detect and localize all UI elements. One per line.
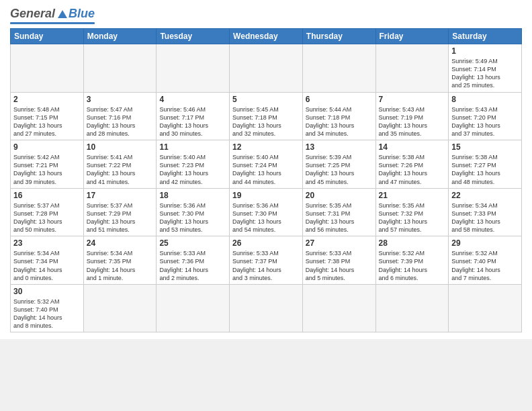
day-number: 29	[451, 238, 519, 248]
day-info: Sunrise: 5:40 AM Sunset: 7:24 PM Dayligh…	[232, 153, 300, 186]
day-info: Sunrise: 5:44 AM Sunset: 7:18 PM Dayligh…	[306, 105, 373, 138]
calendar-cell: 28Sunrise: 5:32 AM Sunset: 7:39 PM Dayli…	[375, 236, 449, 285]
calendar-cell: 9Sunrise: 5:42 AM Sunset: 7:21 PM Daylig…	[11, 140, 84, 189]
calendar-cell	[302, 44, 375, 93]
day-number: 26	[232, 238, 300, 248]
calendar-cell: 30Sunrise: 5:32 AM Sunset: 7:40 PM Dayli…	[11, 284, 84, 332]
day-number: 3	[87, 95, 154, 104]
week-row-5: 30Sunrise: 5:32 AM Sunset: 7:40 PM Dayli…	[11, 284, 522, 332]
week-row-1: 2Sunrise: 5:48 AM Sunset: 7:15 PM Daylig…	[11, 92, 522, 140]
day-info: Sunrise: 5:38 AM Sunset: 7:26 PM Dayligh…	[379, 153, 446, 186]
calendar-cell	[83, 284, 157, 332]
calendar-cell	[11, 44, 84, 93]
calendar-cell: 23Sunrise: 5:34 AM Sunset: 7:34 PM Dayli…	[11, 236, 84, 285]
calendar-cell: 26Sunrise: 5:33 AM Sunset: 7:37 PM Dayli…	[230, 236, 303, 285]
calendar-cell: 19Sunrise: 5:36 AM Sunset: 7:30 PM Dayli…	[230, 188, 303, 236]
calendar-cell: 21Sunrise: 5:35 AM Sunset: 7:32 PM Dayli…	[375, 188, 449, 236]
day-info: Sunrise: 5:43 AM Sunset: 7:20 PM Dayligh…	[451, 105, 519, 138]
calendar-cell	[230, 284, 303, 332]
day-number: 28	[379, 238, 446, 248]
calendar-cell: 13Sunrise: 5:39 AM Sunset: 7:25 PM Dayli…	[302, 140, 375, 189]
day-info: Sunrise: 5:46 AM Sunset: 7:17 PM Dayligh…	[159, 105, 226, 138]
page: General Blue SundayMondayTuesdayWednesda…	[0, 0, 532, 339]
day-info: Sunrise: 5:41 AM Sunset: 7:22 PM Dayligh…	[87, 153, 154, 186]
calendar-cell: 18Sunrise: 5:36 AM Sunset: 7:30 PM Dayli…	[157, 188, 230, 236]
weekday-header-sunday: Sunday	[11, 29, 84, 44]
day-info: Sunrise: 5:36 AM Sunset: 7:30 PM Dayligh…	[159, 201, 226, 234]
day-number: 14	[379, 142, 446, 152]
day-info: Sunrise: 5:43 AM Sunset: 7:19 PM Dayligh…	[379, 105, 446, 138]
calendar-cell: 10Sunrise: 5:41 AM Sunset: 7:22 PM Dayli…	[83, 140, 157, 189]
day-info: Sunrise: 5:47 AM Sunset: 7:16 PM Dayligh…	[87, 105, 154, 138]
day-number: 5	[232, 95, 300, 104]
logo: General Blue	[10, 7, 95, 24]
day-info: Sunrise: 5:33 AM Sunset: 7:38 PM Dayligh…	[306, 249, 373, 282]
calendar-cell	[83, 44, 157, 93]
calendar-cell	[157, 44, 230, 93]
day-number: 17	[87, 191, 154, 200]
day-number: 1	[451, 46, 519, 56]
day-info: Sunrise: 5:34 AM Sunset: 7:35 PM Dayligh…	[87, 249, 154, 282]
day-number: 21	[379, 191, 446, 200]
day-info: Sunrise: 5:49 AM Sunset: 7:14 PM Dayligh…	[451, 57, 519, 90]
calendar-cell: 17Sunrise: 5:37 AM Sunset: 7:29 PM Dayli…	[83, 188, 157, 236]
weekday-header-thursday: Thursday	[302, 29, 375, 44]
day-number: 6	[306, 95, 373, 104]
calendar-cell: 25Sunrise: 5:33 AM Sunset: 7:36 PM Dayli…	[157, 236, 230, 285]
calendar-cell: 12Sunrise: 5:40 AM Sunset: 7:24 PM Dayli…	[230, 140, 303, 189]
calendar-cell: 4Sunrise: 5:46 AM Sunset: 7:17 PM Daylig…	[157, 92, 230, 140]
day-number: 10	[87, 142, 154, 152]
calendar-cell: 11Sunrise: 5:40 AM Sunset: 7:23 PM Dayli…	[157, 140, 230, 189]
day-number: 23	[13, 238, 81, 248]
day-number: 16	[13, 191, 81, 200]
day-number: 19	[232, 191, 300, 200]
day-number: 24	[87, 238, 154, 248]
day-info: Sunrise: 5:32 AM Sunset: 7:40 PM Dayligh…	[13, 298, 81, 330]
day-info: Sunrise: 5:36 AM Sunset: 7:30 PM Dayligh…	[232, 201, 300, 234]
calendar-cell: 27Sunrise: 5:33 AM Sunset: 7:38 PM Dayli…	[302, 236, 375, 285]
day-number: 22	[451, 191, 519, 200]
day-number: 13	[306, 142, 373, 152]
day-info: Sunrise: 5:32 AM Sunset: 7:39 PM Dayligh…	[379, 249, 446, 282]
day-number: 8	[451, 95, 519, 104]
calendar-cell: 29Sunrise: 5:32 AM Sunset: 7:40 PM Dayli…	[449, 236, 522, 285]
day-number: 20	[306, 191, 373, 200]
calendar-cell: 1Sunrise: 5:49 AM Sunset: 7:14 PM Daylig…	[449, 44, 522, 93]
calendar-cell: 8Sunrise: 5:43 AM Sunset: 7:20 PM Daylig…	[449, 92, 522, 140]
week-row-4: 23Sunrise: 5:34 AM Sunset: 7:34 PM Dayli…	[11, 236, 522, 285]
logo-divider	[10, 22, 95, 24]
day-info: Sunrise: 5:34 AM Sunset: 7:33 PM Dayligh…	[451, 201, 519, 234]
weekday-header-tuesday: Tuesday	[157, 29, 230, 44]
logo-triangle-icon	[58, 10, 67, 18]
day-number: 25	[159, 238, 226, 248]
day-number: 9	[13, 142, 81, 152]
day-number: 11	[159, 142, 226, 152]
day-info: Sunrise: 5:35 AM Sunset: 7:31 PM Dayligh…	[306, 201, 373, 234]
weekday-header-monday: Monday	[83, 29, 157, 44]
calendar-table: SundayMondayTuesdayWednesdayThursdayFrid…	[10, 28, 522, 332]
calendar-cell: 24Sunrise: 5:34 AM Sunset: 7:35 PM Dayli…	[83, 236, 157, 285]
calendar-cell	[375, 284, 449, 332]
calendar-cell: 7Sunrise: 5:43 AM Sunset: 7:19 PM Daylig…	[375, 92, 449, 140]
calendar-cell: 5Sunrise: 5:45 AM Sunset: 7:18 PM Daylig…	[230, 92, 303, 140]
calendar-cell	[449, 284, 522, 332]
day-info: Sunrise: 5:35 AM Sunset: 7:32 PM Dayligh…	[379, 201, 446, 234]
day-number: 7	[379, 95, 446, 104]
calendar-cell: 6Sunrise: 5:44 AM Sunset: 7:18 PM Daylig…	[302, 92, 375, 140]
day-info: Sunrise: 5:48 AM Sunset: 7:15 PM Dayligh…	[13, 105, 81, 138]
weekday-header-friday: Friday	[375, 29, 449, 44]
day-info: Sunrise: 5:32 AM Sunset: 7:40 PM Dayligh…	[451, 249, 519, 282]
day-info: Sunrise: 5:34 AM Sunset: 7:34 PM Dayligh…	[13, 249, 81, 282]
day-info: Sunrise: 5:40 AM Sunset: 7:23 PM Dayligh…	[159, 153, 226, 186]
calendar-cell: 15Sunrise: 5:38 AM Sunset: 7:27 PM Dayli…	[449, 140, 522, 189]
calendar-cell	[157, 284, 230, 332]
day-number: 18	[159, 191, 226, 200]
day-number: 30	[13, 287, 81, 296]
calendar-cell: 20Sunrise: 5:35 AM Sunset: 7:31 PM Dayli…	[302, 188, 375, 236]
day-info: Sunrise: 5:37 AM Sunset: 7:29 PM Dayligh…	[87, 201, 154, 234]
calendar-cell	[375, 44, 449, 93]
day-number: 12	[232, 142, 300, 152]
logo-blue-text: Blue	[69, 7, 95, 21]
day-info: Sunrise: 5:33 AM Sunset: 7:37 PM Dayligh…	[232, 249, 300, 282]
day-info: Sunrise: 5:37 AM Sunset: 7:28 PM Dayligh…	[13, 201, 81, 234]
